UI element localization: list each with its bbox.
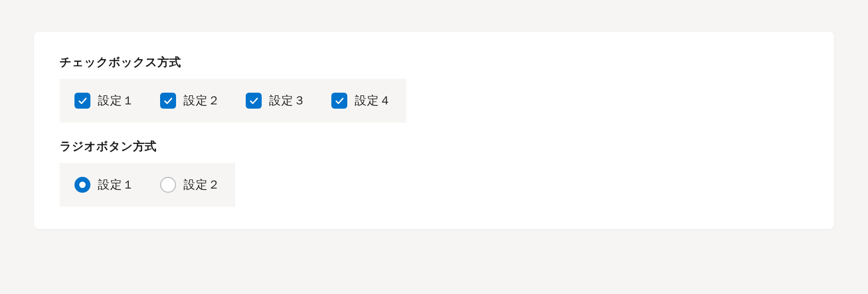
radio-label: 設定２	[183, 177, 220, 193]
checkbox-option-1[interactable]: 設定１	[74, 93, 135, 109]
checkbox-group: 設定１ 設定２ 設定３ 設定４	[60, 79, 406, 123]
checkbox-label: 設定１	[98, 93, 135, 109]
radio-icon	[160, 177, 176, 193]
checkbox-label: 設定３	[269, 93, 306, 109]
radio-icon	[74, 177, 90, 193]
checkbox-icon	[246, 93, 262, 109]
checkbox-option-2[interactable]: 設定２	[160, 93, 220, 109]
checkbox-icon	[160, 93, 176, 109]
radio-label: 設定１	[98, 177, 135, 193]
checkbox-label: 設定４	[355, 93, 391, 109]
radio-section: ラジオボタン方式 設定１ 設定２	[60, 138, 808, 207]
radio-section-title: ラジオボタン方式	[60, 138, 808, 154]
checkbox-option-3[interactable]: 設定３	[246, 93, 306, 109]
checkbox-option-4[interactable]: 設定４	[331, 93, 391, 109]
radio-option-2[interactable]: 設定２	[160, 177, 220, 193]
radio-option-1[interactable]: 設定１	[74, 177, 135, 193]
radio-group: 設定１ 設定２	[60, 163, 235, 207]
settings-card: チェックボックス方式 設定１ 設定２ 設定３	[34, 32, 834, 229]
checkbox-section-title: チェックボックス方式	[60, 54, 808, 70]
checkbox-section: チェックボックス方式 設定１ 設定２ 設定３	[60, 54, 808, 123]
checkbox-icon	[74, 93, 90, 109]
checkbox-label: 設定２	[183, 93, 220, 109]
checkbox-icon	[331, 93, 347, 109]
